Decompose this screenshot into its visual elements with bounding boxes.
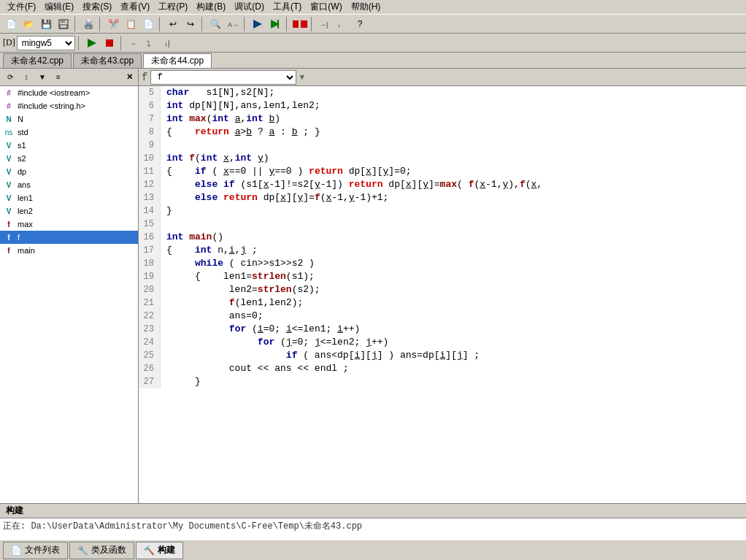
- bottom-tab-build[interactable]: 🔨 构建: [136, 542, 183, 559]
- paste-button[interactable]: 📄: [140, 16, 156, 32]
- compile-button[interactable]: [250, 16, 266, 32]
- open-button[interactable]: 📂: [20, 16, 36, 32]
- code-line-26: 26 cout << ans << endl ;: [139, 362, 746, 375]
- func-max-icon: f: [3, 218, 15, 230]
- tab-bar: 未命名42.cpp 未命名43.cpp 未命名44.cpp: [0, 53, 746, 69]
- tree-var-len1[interactable]: V len1: [0, 191, 138, 204]
- stop-button[interactable]: [292, 16, 308, 32]
- var-len2-icon: V: [3, 205, 15, 217]
- svg-rect-2: [60, 25, 67, 28]
- code-line-13: 13 else return dp[x][y]=f(x-1,y-1)+1;: [139, 191, 746, 204]
- svg-rect-11: [106, 39, 113, 47]
- print-button[interactable]: 🖨️: [80, 16, 96, 32]
- tree-include-string[interactable]: # #include <string.h>: [0, 99, 138, 112]
- step-over-button[interactable]: →|: [317, 16, 333, 32]
- debug-cursor-button[interactable]: ↓|: [161, 35, 177, 51]
- code-line-19: 19 { len1=strlen(s1);: [139, 270, 746, 283]
- cut-button[interactable]: ✂️: [105, 16, 121, 32]
- tree-var-std[interactable]: ns std: [0, 126, 138, 139]
- debug-next-button[interactable]: →: [126, 35, 142, 51]
- debug-stop-button[interactable]: [101, 35, 118, 51]
- svg-rect-1: [61, 20, 65, 23]
- tree-var-s2[interactable]: V s2: [0, 152, 138, 165]
- tree-include-iostream[interactable]: # #include <iostream>: [0, 86, 138, 99]
- save-all-button[interactable]: [55, 16, 72, 32]
- code-line-17: 17 { int n,i,j ;: [139, 244, 746, 257]
- redo-button[interactable]: ↪: [182, 16, 199, 32]
- list-btn[interactable]: ≡: [51, 70, 66, 85]
- panel-close-btn[interactable]: ✕: [123, 72, 135, 83]
- svg-rect-7: [301, 20, 307, 28]
- menu-window[interactable]: 窗口(W): [306, 0, 346, 14]
- menu-view[interactable]: 查看(V): [116, 0, 154, 14]
- menu-debug[interactable]: 调试(D): [230, 0, 269, 14]
- save-button[interactable]: 💾: [38, 16, 54, 32]
- code-line-16: 16 int main(): [139, 231, 746, 244]
- code-line-25: 25 if ( ans<dp[i][j] ) ans=dp[i][j] ;: [139, 349, 746, 362]
- help-button[interactable]: ?: [352, 16, 368, 32]
- build-content: 正在: Da:\UserData\Administrator\My Docume…: [0, 518, 746, 540]
- bottom-tab-files[interactable]: 📄 文件列表: [3, 542, 68, 559]
- svg-text:→: →: [129, 39, 136, 47]
- new-button[interactable]: 📄: [3, 16, 19, 32]
- menu-project[interactable]: 工程(P): [154, 0, 192, 14]
- debug-toolbar: [D] mingw5 → ⤵ ↓|: [0, 34, 746, 53]
- filter-btn[interactable]: ▼: [35, 70, 50, 85]
- replace-button[interactable]: A→: [225, 16, 241, 32]
- tab-file44[interactable]: 未命名44.cpp: [143, 53, 212, 68]
- tree-var-s1[interactable]: V s1: [0, 139, 138, 152]
- menu-build[interactable]: 构建(B): [192, 0, 230, 14]
- sync-btn[interactable]: ⟳: [3, 70, 18, 85]
- sort-btn[interactable]: ↕: [19, 70, 34, 85]
- code-line-5: 5 char s1[N],s2[N];: [139, 86, 746, 99]
- func-main-icon: f: [3, 245, 15, 256]
- menu-tools[interactable]: 工具(T): [269, 0, 306, 14]
- include-icon: #: [3, 87, 15, 99]
- function-select[interactable]: f: [150, 70, 296, 85]
- bottom-tab-classes[interactable]: 🔧 类及函数: [69, 542, 134, 559]
- svg-text:→|: →|: [320, 21, 328, 28]
- step-into-button[interactable]: ↓: [334, 16, 350, 32]
- code-line-27: 27 }: [139, 375, 746, 388]
- tree-func-max[interactable]: f max: [0, 218, 138, 231]
- var-s2-icon: V: [3, 153, 15, 164]
- code-line-24: 24 for (j=0; j<=len2; j++): [139, 336, 746, 349]
- tree-func-main[interactable]: f main: [0, 244, 138, 257]
- menu-help[interactable]: 帮助(H): [347, 0, 385, 14]
- undo-button[interactable]: ↩: [165, 16, 181, 32]
- find-button[interactable]: 🔍: [207, 16, 223, 32]
- var-len1-icon: V: [3, 192, 15, 204]
- svg-marker-10: [88, 39, 96, 47]
- code-line-23: 23 for (i=0; i<=len1; i++): [139, 323, 746, 336]
- tree-func-f[interactable]: f f: [0, 231, 138, 244]
- include-icon2: #: [3, 100, 15, 112]
- debug-over-button[interactable]: ⤵: [144, 35, 160, 51]
- code-line-7: 7 int max(int a,int b): [139, 112, 746, 126]
- menu-edit[interactable]: 编辑(E): [40, 0, 78, 14]
- class-icon: 🔧: [77, 545, 88, 556]
- tree-var-len2[interactable]: V len2: [0, 204, 138, 218]
- run-button[interactable]: [267, 16, 283, 32]
- code-line-6: 6 int dp[N][N],ans,len1,len2;: [139, 99, 746, 112]
- tree-var-N[interactable]: N N: [0, 112, 138, 126]
- left-panel: ⟳ ↕ ▼ ≡ ✕ # #include <iostream> # #inclu…: [0, 69, 139, 503]
- tab-file42[interactable]: 未命名42.cpp: [3, 53, 72, 68]
- tree-var-dp[interactable]: V dp: [0, 165, 138, 178]
- code-content[interactable]: 5 char s1[N],s2[N]; 6 int dp[N][N],ans,l…: [139, 86, 746, 503]
- debug-config-select[interactable]: mingw5: [17, 36, 75, 50]
- copy-button[interactable]: 📋: [123, 16, 139, 32]
- svg-text:↓: ↓: [337, 21, 341, 28]
- menubar: 文件(F) 编辑(E) 搜索(S) 查看(V) 工程(P) 构建(B) 调试(D…: [0, 0, 746, 15]
- menu-search[interactable]: 搜索(S): [78, 0, 116, 14]
- tree-var-ans[interactable]: V ans: [0, 178, 138, 191]
- tab-file43[interactable]: 未命名43.cpp: [73, 53, 142, 68]
- debug-play-button[interactable]: [84, 35, 100, 51]
- svg-text:A→: A→: [228, 21, 239, 28]
- code-line-12: 12 else if (s1[x-1]!=s2[y-1]) return dp[…: [139, 178, 746, 191]
- func-f-icon: f: [3, 231, 15, 243]
- function-icon: f: [142, 72, 147, 83]
- left-panel-toolbar: ⟳ ↕ ▼ ≡ ✕: [0, 69, 138, 86]
- menu-file[interactable]: 文件(F): [3, 0, 40, 14]
- code-toolbar: f f ▼: [139, 69, 746, 86]
- code-area: f f ▼ 5 char s1[N],s2[N]; 6 int dp[N][N]…: [139, 69, 746, 503]
